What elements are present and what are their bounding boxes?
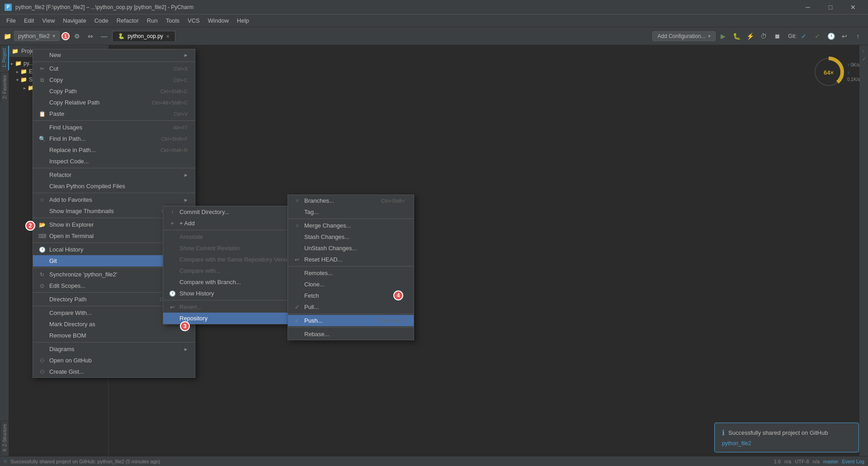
ctx-item-copy-relative-path[interactable]: Copy Relative Path Ctrl+Alt+Shift+C — [33, 97, 195, 108]
ctx-item-open-github[interactable]: ⚇ Open on GitHub — [33, 355, 195, 366]
menu-tools[interactable]: Tools — [162, 15, 183, 26]
profile-button[interactable]: ⏱ — [757, 30, 770, 43]
status-branch[interactable]: master — [823, 459, 839, 464]
rs-icon-2[interactable]: ✓ — [860, 55, 868, 62]
cut-icon: ✂ — [38, 66, 46, 72]
git-history-button[interactable]: 🕐 — [825, 30, 837, 43]
ctx-git-compare-repo-left: Compare with the Same Repository Version — [169, 256, 293, 263]
tab-project[interactable]: 1: Project — [0, 45, 9, 70]
ctx-repo-push-label: Push... — [304, 317, 322, 324]
notif-header: ℹ Successfully shared project on GitHub — [722, 428, 851, 437]
ctx-item-replace-in-path[interactable]: Replace in Path... Ctrl+Shift+R — [33, 144, 195, 156]
ctx-item-replace-left: Replace in Path... — [38, 147, 96, 153]
coverage-button[interactable]: ⚡ — [744, 30, 756, 43]
editor-content[interactable]: 1 oop — [108, 45, 859, 62]
git-rollback-button[interactable]: ↩ — [838, 30, 851, 43]
concurrency-button[interactable]: ⏹ — [771, 30, 783, 43]
folder-ex-icon: 📁 — [20, 68, 27, 75]
ctx-item-add-favorites[interactable]: ☆ Add to Favorites ▸ — [33, 194, 195, 205]
favorites-icon: ☆ — [38, 197, 46, 203]
ctx-item-copy[interactable]: ⧉ Copy Ctrl+C — [33, 74, 195, 86]
ctx-repo-remotes-left: Remotes... — [293, 270, 333, 276]
git-update-button[interactable]: ✓ — [797, 30, 810, 43]
repo-sep-3 — [288, 314, 414, 314]
ctx-repo-pull[interactable]: ✓ Pull... — [288, 301, 414, 313]
ctx-repo-remotes[interactable]: Remotes... — [288, 267, 414, 279]
git-push-button[interactable]: ↑ — [852, 30, 864, 43]
ctx-item-find-in-path[interactable]: 🔍 Find in Path... Ctrl+Shift+F — [33, 133, 195, 144]
ctx-item-bom-left: Remove BOM — [38, 332, 86, 339]
status-event-log[interactable]: Event Log — [842, 459, 864, 464]
git-commit-button[interactable]: ✓ — [811, 30, 824, 43]
menu-help[interactable]: Help — [233, 15, 253, 26]
status-encoding[interactable]: UTF-8 — [795, 459, 809, 464]
ctx-repo-merge-left: ⑂ Merge Changes... — [293, 222, 351, 229]
ctx-item-create-gist[interactable]: ⚇ Create Gist... — [33, 366, 195, 377]
ctx-repo-fetch-left: Fetch — [293, 292, 319, 299]
ctx-item-inspect-code[interactable]: Inspect Code... — [33, 156, 195, 167]
ctx-copy-shortcut: Ctrl+C — [174, 77, 188, 83]
ctx-item-find-usages[interactable]: Find Usages Alt+F7 — [33, 122, 195, 133]
ctx-item-paste[interactable]: 📋 Paste Ctrl+V — [33, 108, 195, 119]
ctx-item-copy-path[interactable]: Copy Path Ctrl+Shift+C — [33, 86, 195, 97]
ctx-git-annotate-label: Annotate — [179, 233, 203, 240]
tab-close-icon[interactable]: ✕ — [166, 34, 170, 39]
menu-file[interactable]: File — [3, 15, 19, 26]
tab-structure[interactable]: 4: Z-Structure — [0, 421, 9, 454]
menu-refactor[interactable]: Refactor — [113, 15, 142, 26]
toolbar-tabs-section: 🐍 python_oop.py ✕ — [112, 31, 646, 41]
project-selector[interactable]: python_file2 ▾ — [14, 31, 60, 41]
reset-icon: ↩ — [293, 257, 301, 263]
ctx-repo-clone[interactable]: Clone... — [288, 279, 414, 290]
notif-project-link[interactable]: python_file2 — [722, 440, 751, 447]
tab-favorites[interactable]: 2: Favorites — [0, 72, 9, 101]
toolbar-right-section: Add Configuration... ▾ ▶ 🐛 ⚡ ⏱ ⏹ Git: ✓ … — [648, 30, 864, 43]
menu-vcs[interactable]: VCS — [184, 15, 203, 26]
debug-button[interactable]: 🐛 — [730, 30, 743, 43]
ctx-item-diagrams[interactable]: Diagrams ▸ — [33, 343, 195, 355]
ctx-paste-label: Paste — [49, 110, 64, 117]
toolbar-settings-button[interactable]: ⚙ — [71, 30, 83, 43]
toolbar-expand-button[interactable]: ⇔ — [84, 30, 97, 43]
menu-navigate[interactable]: Navigate — [59, 15, 90, 26]
status-line-ending[interactable]: n/a — [813, 459, 820, 464]
ctx-repo-tag[interactable]: Tag... — [288, 206, 414, 218]
ctx-repo-push[interactable]: ✓ Push... Ctrl+Shift+K — [288, 315, 414, 326]
close-button[interactable]: ✕ — [843, 0, 863, 14]
ctx-repo-push-left: ✓ Push... — [293, 317, 322, 324]
menu-edit[interactable]: Edit — [20, 15, 38, 26]
maximize-button[interactable]: □ — [820, 0, 841, 14]
ctx-clean-label: Clean Python Compiled Files — [49, 183, 125, 190]
ctx-repo-stash[interactable]: Stash Changes... — [288, 231, 414, 243]
app-icon: P — [5, 4, 12, 11]
ctx-repo-reset-head[interactable]: ↩ Reset HEAD... — [288, 254, 414, 265]
menu-run[interactable]: Run — [143, 15, 161, 26]
ctx-repo-rebase[interactable]: Rebase... — [288, 328, 414, 340]
status-vcs-icon: ⑂ — [4, 458, 7, 465]
ctx-replace-label: Replace in Path... — [49, 147, 96, 153]
editor-tab-python-oop[interactable]: 🐍 python_oop.py ✕ — [112, 31, 175, 41]
ctx-repo-branches[interactable]: ⑂ Branches... Ctrl+Shift+` — [288, 195, 414, 206]
ctx-item-clean-python[interactable]: Clean Python Compiled Files — [33, 181, 195, 192]
toolbar-collapse-button[interactable]: — — [98, 30, 110, 43]
menu-window[interactable]: Window — [204, 15, 232, 26]
ctx-repo-clone-label: Clone... — [304, 281, 325, 288]
ctx-item-remove-bom[interactable]: Remove BOM — [33, 330, 195, 341]
menu-code[interactable]: Code — [91, 15, 112, 26]
menu-view[interactable]: View — [38, 15, 58, 26]
ctx-item-new[interactable]: New ▸ — [33, 49, 195, 61]
run-button[interactable]: ▶ — [717, 30, 729, 43]
run-configuration-selector[interactable]: Add Configuration... ▾ — [652, 31, 716, 41]
ctx-repo-merge[interactable]: ⑂ Merge Changes... — [288, 220, 414, 231]
status-position[interactable]: 1:6 — [774, 459, 781, 464]
ctx-copy-rel-shortcut: Ctrl+Alt+Shift+C — [152, 100, 188, 105]
ctx-repo-unstash[interactable]: UnStash Changes... — [288, 243, 414, 254]
download-stat: ↓ 0.1K/s — [847, 69, 860, 83]
rs-icon-1[interactable]: ▹ — [860, 47, 868, 54]
minimize-button[interactable]: ─ — [797, 0, 818, 14]
ctx-create-gist-label: Create Gist... — [49, 368, 84, 375]
ctx-item-refactor[interactable]: Refactor ▸ — [33, 169, 195, 181]
ctx-git-compare-left: Compare with... — [169, 267, 221, 274]
ctx-git-repository-label: Repository — [179, 315, 208, 322]
ctx-item-cut[interactable]: ✂ Cut Ctrl+X — [33, 63, 195, 74]
